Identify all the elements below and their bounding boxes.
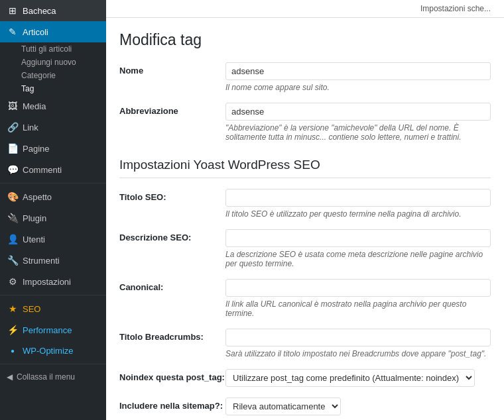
seo-icon: ★ [7,303,19,314]
noindex-select[interactable]: Utilizzare post_tag come predefinito (At… [225,369,475,387]
sidebar-sub-tag[interactable]: Tag [0,82,106,95]
abbreviazione-hint: "Abbreviazione" è la versione "amichevol… [225,123,491,142]
sitemap-select[interactable]: Rileva automaticamenteSìNo [225,397,341,415]
sidebar-item-pagine[interactable]: 📄 Pagine [0,138,106,159]
sidebar-item-impostazioni[interactable]: ⚙ Impostazioni [0,271,106,292]
sidebar-divider-1 [0,183,106,184]
titolo-seo-field: Il titolo SEO è utilizzato per questo te… [225,189,491,219]
sitemap-label: Includere nella sitemap?: [119,397,225,411]
seo-section-title: Impostazioni Yoast WordPress SEO [119,158,491,178]
users-icon: 👤 [7,234,19,244]
nome-label: Nome [119,62,225,76]
sidebar-item-articoli[interactable]: ✎ Articoli [0,21,106,42]
descrizione-seo-label: Descrizione SEO: [119,229,225,242]
collapse-menu-button[interactable]: ◀ Collassa il menu [0,367,106,387]
page-title: Modifica tag [119,31,491,49]
descrizione-seo-hint: La descrizione SEO è usata come meta des… [225,250,491,268]
content-area: Modifica tag Nome Il nome come appare su… [106,18,504,420]
sidebar-item-utenti[interactable]: 👤 Utenti [0,229,106,250]
top-bar: Impostazioni sche... [106,0,504,18]
canonical-row: Canonical: Il link alla URL canonical è … [119,279,491,318]
main-content: Impostazioni sche... Modifica tag Nome I… [106,0,504,420]
titolo-breadcrumbs-input[interactable] [225,329,491,346]
sidebar-item-commenti[interactable]: 💬 Commenti [0,159,106,180]
titolo-seo-hint: Il titolo SEO è utilizzato per questo te… [225,209,491,219]
topbar-text: Impostazioni sche... [420,4,491,13]
titolo-seo-input[interactable] [225,189,491,207]
sidebar-item-media[interactable]: 🖼 Media [0,95,106,117]
sidebar-divider-3 [0,364,106,364]
canonical-input[interactable] [225,279,491,297]
sidebar-item-bacheca[interactable]: ⊞ Bacheca [0,0,106,21]
performance-icon: ⚡ [7,325,19,335]
titolo-breadcrumbs-field: Sarà utilizzato il titolo impostato nei … [225,329,491,358]
settings-icon: ⚙ [7,276,19,287]
sidebar: ⊞ Bacheca ✎ Articoli Tutti gli articoli … [0,0,106,420]
sidebar-sub-tutti[interactable]: Tutti gli articoli [0,42,106,56]
titolo-seo-row: Titolo SEO: Il titolo SEO è utilizzato p… [119,189,491,219]
sidebar-item-wp-optimize[interactable]: ● WP-Optimize [0,341,106,361]
sitemap-row: Includere nella sitemap?: Rileva automat… [119,397,491,415]
sidebar-item-seo[interactable]: ★ SEO [0,298,106,319]
plugin-icon: 🔌 [7,213,19,223]
sidebar-item-aspetto[interactable]: 🎨 Aspetto [0,186,106,207]
sidebar-sub-aggiungi[interactable]: Aggiungi nuovo [0,56,106,69]
abbreviazione-field: "Abbreviazione" è la versione "amichevol… [225,103,491,142]
titolo-breadcrumbs-label: Titolo Breadcrumbs: [119,329,225,342]
sidebar-sub-categorie[interactable]: Categorie [0,69,106,82]
comments-icon: 💬 [7,164,19,175]
descrizione-seo-row: Descrizione SEO: La descrizione SEO è us… [119,229,491,268]
canonical-hint: Il link alla URL canonical è mostrato ne… [225,299,491,318]
sidebar-item-plugin[interactable]: 🔌 Plugin [0,207,106,229]
nome-row: Nome Il nome come appare sul sito. [119,62,491,92]
noindex-field: Utilizzare post_tag come predefinito (At… [225,369,491,387]
collapse-icon: ◀ [7,372,13,382]
canonical-label: Canonical: [119,279,225,292]
articles-icon: ✎ [7,26,19,37]
noindex-row: Noindex questa post_tag: Utilizzare post… [119,369,491,387]
nome-input[interactable] [225,62,491,80]
titolo-seo-label: Titolo SEO: [119,189,225,202]
media-icon: 🖼 [7,101,19,111]
appearance-icon: 🎨 [7,191,19,202]
canonical-field: Il link alla URL canonical è mostrato ne… [225,279,491,318]
sitemap-field: Rileva automaticamenteSìNo [225,397,491,415]
sidebar-item-strumenti[interactable]: 🔧 Strumenti [0,250,106,271]
abbreviazione-row: Abbreviazione "Abbreviazione" è la versi… [119,103,491,142]
titolo-breadcrumbs-hint: Sarà utilizzato il titolo impostato nei … [225,349,491,358]
tools-icon: 🔧 [7,255,19,266]
descrizione-seo-field: La descrizione SEO è usata come meta des… [225,229,491,268]
descrizione-seo-input[interactable] [225,229,491,247]
noindex-label: Noindex questa post_tag: [119,369,225,382]
titolo-breadcrumbs-row: Titolo Breadcrumbs: Sarà utilizzato il t… [119,329,491,358]
nome-hint: Il nome come appare sul sito. [225,83,491,92]
abbreviazione-input[interactable] [225,103,491,121]
abbreviazione-label: Abbreviazione [119,103,225,116]
dashboard-icon: ⊞ [7,5,19,16]
pages-icon: 📄 [7,143,19,154]
sidebar-item-performance[interactable]: ⚡ Performance [0,319,106,341]
nome-field: Il nome come appare sul sito. [225,62,491,92]
sidebar-item-link[interactable]: 🔗 Link [0,117,106,138]
sidebar-divider-2 [0,295,106,295]
wp-optimize-icon: ● [7,347,19,354]
link-icon: 🔗 [7,122,19,132]
